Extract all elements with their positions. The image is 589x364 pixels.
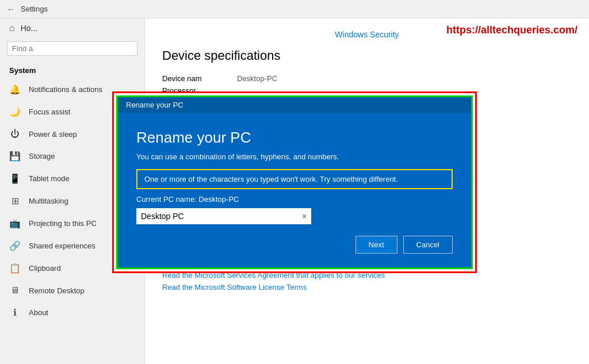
dialog-input-row: × <box>145 208 453 224</box>
dialog-heading: Rename your PC <box>145 129 453 147</box>
dialog-buttons: Next Cancel <box>145 236 453 254</box>
red-border-box: Rename your PC Rename your PC You can us… <box>145 91 477 273</box>
rename-dialog: Rename your PC Rename your PC You can us… <box>145 95 473 269</box>
dialog-overlay: Rename your PC Rename your PC You can us… <box>145 18 589 364</box>
input-clear-button[interactable]: × <box>297 208 311 224</box>
dialog-titlebar: Rename your PC <box>145 97 471 113</box>
cancel-button[interactable]: Cancel <box>403 236 453 254</box>
content-area: https://alltechqueries.com/ Windows Secu… <box>145 18 589 364</box>
dialog-subtitle: You can use a combination of letters, hy… <box>145 152 453 161</box>
next-button[interactable]: Next <box>355 236 397 254</box>
dialog-titlebar-label: Rename your PC <box>145 101 183 109</box>
dialog-current-name: Current PC name: Desktop-PC <box>145 195 453 204</box>
main-layout: ⌂ Ho... System 🔔 Notifications & actions… <box>0 18 589 364</box>
dialog-body: Rename your PC You can use a combination… <box>145 113 471 267</box>
pc-name-input[interactable] <box>145 208 297 224</box>
dialog-warning: One or more of the characters you typed … <box>145 169 453 189</box>
